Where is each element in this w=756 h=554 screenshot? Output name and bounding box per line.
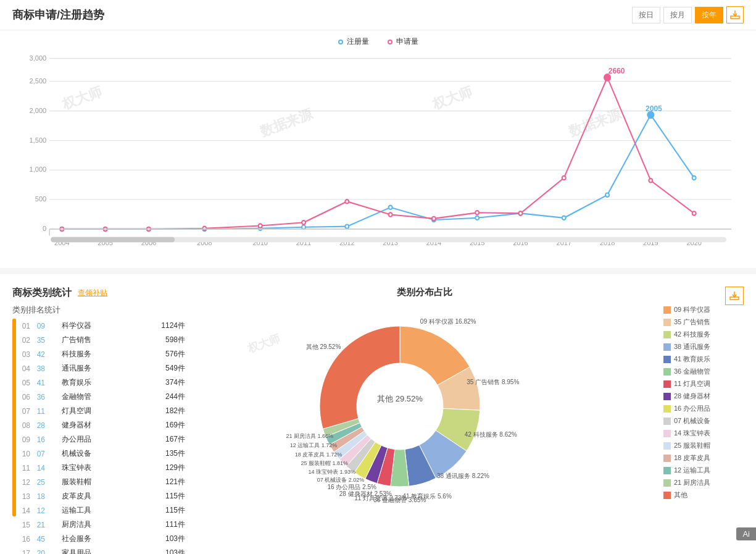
cat-count: 115件 bbox=[154, 491, 185, 502]
donut-label: 21 厨房洁具 1.66% bbox=[286, 433, 333, 439]
donut-title: 类别分布占比 bbox=[185, 287, 663, 298]
legend-label: 其他 bbox=[674, 490, 687, 500]
cat-count: 115件 bbox=[154, 505, 185, 516]
legend-application: 申请量 bbox=[388, 36, 418, 47]
bottom-wrapper: 商标类别统计 查领补贴 类别排名统计 01 09 科学仪器 1124件 02 3… bbox=[0, 280, 756, 554]
legend-color-swatch bbox=[663, 319, 671, 326]
legend-color-swatch bbox=[663, 418, 671, 425]
svg-point-38 bbox=[345, 224, 349, 228]
svg-text:2005: 2005 bbox=[646, 104, 662, 112]
cat-count: 167件 bbox=[154, 434, 185, 445]
cat-name: 社会服务 bbox=[62, 534, 154, 544]
cat-rank: 16 bbox=[22, 535, 37, 544]
cat-count: 576件 bbox=[154, 349, 185, 359]
cat-name: 科技服务 bbox=[62, 349, 154, 359]
table-row: 14 12 运输工具 115件 bbox=[22, 503, 185, 518]
right-legend-item: 28 健身器材 bbox=[663, 392, 744, 401]
cat-rank: 01 bbox=[22, 322, 37, 330]
svg-text:1,000: 1,000 bbox=[30, 166, 47, 173]
donut-label: 35 广告销售 8.95% bbox=[467, 379, 519, 385]
cat-rank: 15 bbox=[22, 521, 37, 529]
legend-label: 09 科学仪器 bbox=[674, 305, 710, 314]
legend-color-swatch bbox=[663, 430, 671, 437]
cat-num: 41 bbox=[37, 379, 62, 387]
right-legend-item: 42 科技服务 bbox=[663, 330, 744, 339]
donut-label: 07 机械设备 2.02% bbox=[317, 477, 364, 483]
category-panel: 商标类别统计 查领补贴 类别排名统计 01 09 科学仪器 1124件 02 3… bbox=[12, 287, 185, 554]
legend-color-swatch bbox=[663, 455, 671, 462]
donut-label: 38 通讯服务 8.22% bbox=[436, 472, 489, 479]
donut-label: 25 服装鞋帽 1.81% bbox=[301, 460, 348, 466]
cat-num: 07 bbox=[37, 450, 62, 458]
cat-name: 通讯服务 bbox=[62, 363, 154, 374]
svg-text:2,500: 2,500 bbox=[30, 77, 47, 85]
cat-count: 121件 bbox=[154, 477, 185, 487]
cat-num: 20 bbox=[37, 549, 62, 555]
table-with-bar: 01 09 科学仪器 1124件 02 35 广告销售 598件 03 42 科… bbox=[12, 319, 185, 554]
cat-num: 42 bbox=[37, 350, 62, 359]
cat-rank: 13 bbox=[22, 492, 37, 501]
donut-label: 16 办公用品 2.5% bbox=[327, 484, 376, 490]
svg-point-62 bbox=[692, 211, 696, 215]
donut-svg: 09 科学仪器 16.82%35 广告销售 8.95%42 科技服务 8.62%… bbox=[276, 301, 573, 511]
section-title: 商标类别统计 bbox=[12, 287, 72, 300]
table-row: 03 42 科技服务 576件 bbox=[22, 347, 185, 361]
legend-color-swatch bbox=[663, 368, 671, 376]
svg-point-59 bbox=[562, 176, 566, 180]
btn-day[interactable]: 按日 bbox=[632, 7, 660, 23]
legend-color-swatch bbox=[663, 343, 671, 351]
right-legend-item: 16 办公用品 bbox=[663, 404, 744, 413]
legend-label: 25 服装鞋帽 bbox=[674, 441, 710, 450]
cat-name: 教育娱乐 bbox=[62, 377, 154, 388]
svg-point-51 bbox=[202, 227, 206, 230]
right-legend-item: 11 灯具空调 bbox=[663, 379, 744, 388]
trend-chart-section: 注册量 申请量 权大师 数据来源 权大师 数据来源 0 bbox=[0, 30, 756, 262]
legend-label: 28 健身器材 bbox=[674, 392, 710, 401]
cat-name: 灯具空调 bbox=[62, 406, 154, 416]
donut-label: 18 皮革皮具 1.72% bbox=[294, 451, 342, 458]
donut-label: 12 运输工具 1.72% bbox=[289, 442, 337, 448]
cat-num: 12 bbox=[37, 506, 62, 515]
cat-rank: 08 bbox=[22, 421, 37, 430]
cat-rank: 12 bbox=[22, 478, 37, 487]
legend-color-swatch bbox=[663, 442, 671, 450]
cat-name: 厨房洁具 bbox=[62, 519, 154, 530]
right-legend-item: 25 服装鞋帽 bbox=[663, 441, 744, 450]
table-row: 10 07 机械设备 135件 bbox=[22, 447, 185, 461]
svg-point-57 bbox=[475, 211, 479, 214]
ai-badge: Ai bbox=[736, 527, 756, 540]
svg-point-41 bbox=[475, 216, 479, 220]
svg-point-55 bbox=[389, 212, 393, 216]
right-legend-item: 其他 bbox=[663, 490, 744, 500]
donut-label: 其他 29.52% bbox=[305, 343, 341, 350]
cat-rank: 14 bbox=[22, 506, 37, 515]
svg-rect-67 bbox=[51, 237, 175, 243]
bottom-export-icon bbox=[729, 291, 739, 301]
subsidy-link[interactable]: 查领补贴 bbox=[78, 288, 107, 298]
cat-num: 36 bbox=[37, 393, 62, 401]
chart-export-btn[interactable] bbox=[726, 6, 744, 23]
table-row: 11 14 珠宝钟表 129件 bbox=[22, 461, 185, 475]
legend-color-swatch bbox=[663, 492, 671, 499]
cat-rank: 05 bbox=[22, 379, 37, 387]
btn-month[interactable]: 按月 bbox=[663, 7, 692, 23]
right-legend-item: 09 科学仪器 bbox=[663, 305, 744, 314]
table-row: 08 28 健身器材 169件 bbox=[22, 418, 185, 432]
cat-rank: 09 bbox=[22, 435, 37, 444]
cat-num: 45 bbox=[37, 535, 62, 544]
donut-center-label: 其他 29.52% bbox=[377, 394, 423, 403]
table-row: 13 18 皮革皮具 115件 bbox=[22, 489, 185, 503]
svg-point-44 bbox=[605, 193, 609, 196]
svg-point-56 bbox=[432, 217, 436, 220]
section-title-row: 商标类别统计 查领补贴 bbox=[12, 287, 185, 300]
cat-count: 182件 bbox=[154, 406, 185, 416]
cat-rank: 03 bbox=[22, 350, 37, 359]
bottom-export-btn[interactable] bbox=[725, 287, 744, 305]
legend-color-swatch bbox=[663, 479, 671, 487]
svg-text:500: 500 bbox=[35, 195, 46, 203]
legend-label: 11 灯具空调 bbox=[674, 379, 710, 388]
donut-label: 42 科技服务 8.62% bbox=[464, 431, 517, 438]
btn-year[interactable]: 按年 bbox=[695, 7, 723, 23]
cat-name: 广告销售 bbox=[62, 335, 154, 345]
legend-label: 36 金融物管 bbox=[674, 367, 710, 376]
